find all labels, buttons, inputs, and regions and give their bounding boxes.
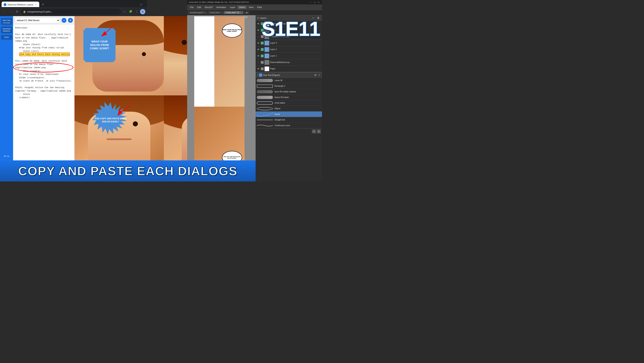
layer-visibility-icon[interactable]: ○: [256, 60, 260, 64]
zoom-indicator: 100: [244, 16, 248, 18]
back-button[interactable]: ←: [2, 9, 7, 14]
bubble-bevel: WRAP YOUR DIALOG FROM COMIC SCRIPT: [83, 28, 116, 62]
font-size-plus[interactable]: +: [68, 18, 73, 23]
layer-item-layer1[interactable]: 👁 Layer 1: [256, 53, 322, 59]
subtool-straight[interactable]: Straight line: [256, 117, 322, 123]
share-button[interactable]: Share: [1, 35, 12, 40]
new-tab-button[interactable]: +: [40, 2, 46, 8]
csp-tab-nav-left[interactable]: ◀: [244, 11, 249, 14]
font-size-minus[interactable]: −: [62, 18, 66, 23]
menu-animation[interactable]: Animation: [215, 6, 228, 9]
subtool-lasso-eraser[interactable]: lassso fill eraser: [256, 94, 322, 100]
layer-visibility-icon[interactable]: 👁: [256, 48, 260, 51]
script-line: Shin (square): [15, 70, 72, 73]
layer-visibility-icon[interactable]: 👁: [256, 67, 260, 71]
script-line: FULL NO SKEW UP: Shin carefully held Yoo…: [15, 33, 72, 43]
script-line: Je viens de France. Je suis français(e).: [15, 79, 72, 83]
layer-type-icon: [261, 54, 264, 57]
script-line: diana (yell): [15, 50, 72, 53]
highlighted-text: And Copy and Paste Each dialog easily: [19, 52, 70, 56]
layer-item-diamond2[interactable]: ○ DiamondWebtoonLay...: [256, 59, 322, 66]
bubble-spiky: AND COPY AND PASTE EACH DIALOG EASILY: [92, 102, 128, 138]
subtool-preview-ellipse: [257, 107, 273, 110]
menu-select[interactable]: Select: [238, 6, 247, 9]
subtool-rectangle2[interactable]: Rectangle 2: [256, 83, 322, 89]
lock-icon: 🔒: [23, 10, 26, 13]
layer-visibility-icon[interactable]: 👁: [256, 54, 260, 58]
layer-item-layer2[interactable]: 👁 Layer 2: [256, 46, 322, 53]
subtool-header: ≡ Sub Tool [Figure] ⚙ +: [256, 72, 322, 78]
csp-window: Comic-test* 1/1 (500 x 15000px 300dpi 16…: [187, 0, 322, 182]
csp-tab-comic[interactable]: Comic-test ×: [208, 11, 223, 14]
subtool-name-rect: Rectangle 2: [274, 85, 321, 87]
subtool-name-lasso3: lassso fill eraser: [274, 96, 321, 98]
save-text-button[interactable]: Save Text Ctrl+Enter: [1, 18, 12, 25]
subtool-footer-icon1[interactable]: ⬇: [312, 130, 316, 134]
subtool-settings-button[interactable]: ⚙: [314, 73, 317, 77]
subtool-circle-ballon[interactable]: circle ballon: [256, 100, 322, 106]
address-text: mangadrawing123.githu...: [27, 10, 119, 13]
csp-close-button[interactable]: ×: [317, 0, 320, 4]
subtool-continuous[interactable]: Continuous curve: [256, 123, 322, 128]
profile-button[interactable]: G: [140, 9, 145, 14]
subtool-panel: ≡ Sub Tool [Figure] ⚙ + Lasso fill Recta…: [256, 72, 322, 134]
s1e11-text: S1E11: [262, 17, 320, 40]
tab-favicon: [4, 3, 6, 6]
menu-view[interactable]: View: [247, 6, 255, 9]
extension-icon[interactable]: ⬡: [138, 2, 144, 7]
tab-close-icon[interactable]: ×: [240, 12, 241, 14]
subtool-add-button[interactable]: +: [318, 73, 320, 77]
subtool-footer-icon2[interactable]: ⬆: [317, 130, 321, 134]
mouth-closeup: [107, 138, 132, 140]
csp-bubble-text2: AND COPY AND PASTE EACH DIALOG EASILY: [222, 156, 242, 159]
csp-titlebar: Comic-test* 1/1 (500 x 15000px 300dpi 16…: [187, 0, 322, 4]
char-eye-right: [182, 40, 187, 45]
subtool-lasso-fill[interactable]: Lasso fill: [256, 78, 322, 83]
subtool-ellipse[interactable]: Ellipse: [256, 106, 322, 112]
layer-thumbnail: [264, 47, 269, 52]
subtool-menu-icon: ≡: [257, 74, 258, 76]
csp-canvas-page: WRAP YOUR DIALOG FROM COMIC SCRIPT AND C…: [194, 16, 244, 180]
extensions-icon[interactable]: 🧩: [128, 9, 133, 14]
menu-story[interactable]: Story(P): [203, 6, 214, 9]
download-webtoon-button[interactable]: Download Webtoon: [1, 26, 12, 34]
script-line: Dominique.: [15, 26, 72, 30]
csp-restore-button[interactable]: □: [313, 0, 316, 4]
layer-item-paper[interactable]: 👁 Paper: [256, 66, 322, 72]
reload-button[interactable]: ↻: [14, 9, 20, 14]
subtool-name-straight: Straight line: [274, 119, 321, 121]
csp-minimize-button[interactable]: −: [309, 0, 312, 4]
layer-thumbnail: [264, 54, 269, 58]
active-tab[interactable]: Diamond Webtoon Layout ×: [2, 2, 39, 8]
nav-icons: ☆ 🧩 ⋮ G: [122, 9, 145, 14]
csp-tab-comic-active[interactable]: Comic-test* 1/1 ×: [224, 11, 243, 14]
script-line: FOCUS: YeognGi notice the two dancing to…: [15, 86, 72, 92]
menu-edit[interactable]: Edit: [196, 6, 203, 9]
address-bar[interactable]: 🔒 mangadrawing123.githu...: [21, 9, 121, 15]
layer-type-icon: [261, 61, 264, 64]
layers-icon: ≡: [257, 16, 258, 19]
tab-close-icon[interactable]: ×: [220, 12, 221, 14]
subtool-preview-curve: [256, 111, 273, 117]
left-sidebar: Save Text Ctrl+Enter Download Webtoon Sh…: [0, 16, 13, 160]
script-content[interactable]: Dominique. FULL NO SKEW UP: Shin careful…: [13, 24, 74, 182]
forward-button[interactable]: →: [8, 9, 13, 14]
subtool-curve[interactable]: Curve: [256, 112, 322, 117]
csp-panel-top: WRAP YOUR DIALOG FROM COMIC SCRIPT: [194, 16, 244, 107]
menu-file[interactable]: File: [188, 6, 195, 9]
menu-filter[interactable]: Filter: [256, 6, 264, 9]
more-icon[interactable]: ⋮: [134, 9, 139, 14]
layer-name: Layer 1: [270, 55, 321, 57]
bookmark-icon[interactable]: ☆: [122, 9, 127, 14]
bottom-banner: COPY AND PASTE EACH DIALOGS: [0, 160, 256, 182]
menu-layer[interactable]: Layer: [228, 6, 237, 9]
eye-closeup2: [133, 121, 138, 126]
subtool-preview-lasso3: [257, 96, 273, 99]
font-select[interactable]: default-CC Wild Words: [15, 18, 60, 23]
tab-label: youtube panel*: [190, 12, 204, 14]
tab-close-button[interactable]: ×: [34, 3, 37, 6]
subtool-preview-lasso2: [257, 90, 273, 93]
csp-title: Comic-test* 1/1 (500 x 15000px 300dpi 16…: [189, 1, 308, 3]
csp-tab-youtube[interactable]: youtube panel* ●: [188, 11, 207, 14]
subtool-lasso-shadow[interactable]: lasso fill muliply shadow: [256, 89, 322, 94]
